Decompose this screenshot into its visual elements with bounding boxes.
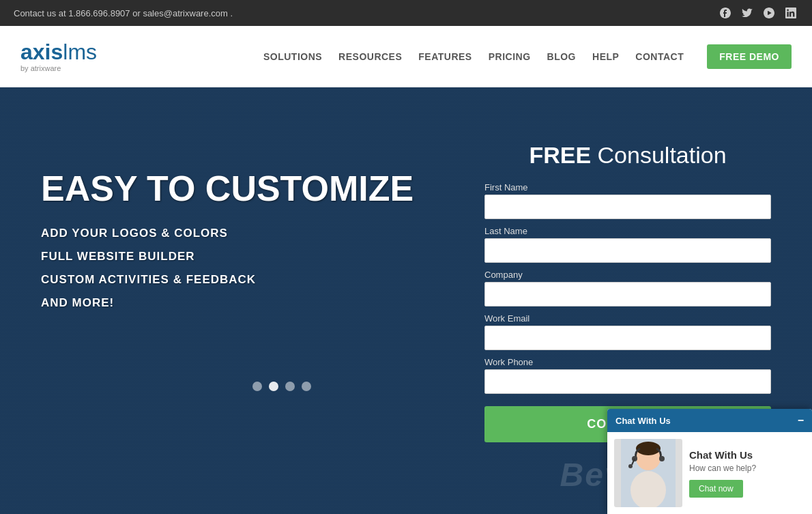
work-phone-group: Work Phone [484, 357, 771, 394]
hero-right: FREE Consultation First Name Last Name C… [484, 128, 771, 442]
chat-widget: Chat With Us − [607, 409, 812, 514]
twitter-icon[interactable] [740, 5, 755, 20]
hero-subtitle-lines: ADD YOUR LOGOS & COLORS FULL WEBSITE BUI… [41, 222, 484, 315]
company-input[interactable] [484, 282, 771, 306]
chat-title: Chat With Us [689, 449, 805, 461]
top-bar: Contact us at 1.866.696.8907 or sales@at… [0, 0, 812, 26]
slide-dot-2[interactable] [269, 382, 278, 391]
phone-link[interactable]: 1.866.696.8907 [68, 8, 130, 18]
slider-dots [252, 382, 311, 391]
free-demo-button[interactable]: FREE DEMO [707, 44, 792, 69]
chat-now-button[interactable]: Chat now [689, 480, 743, 498]
chat-header: Chat With Us − [607, 409, 812, 432]
main-nav: SOLUTIONS RESOURCES FEATURES PRICING BLO… [263, 44, 792, 69]
hero-line-1: ADD YOUR LOGOS & COLORS [41, 222, 484, 245]
nav-pricing[interactable]: PRICING [489, 51, 531, 62]
chat-avatar [614, 439, 682, 507]
nav-contact[interactable]: CONTACT [635, 51, 684, 62]
logo-subtitle: by atrixware [20, 64, 97, 72]
company-group: Company [484, 270, 771, 306]
hero-section: EASY TO CUSTOMIZE ADD YOUR LOGOS & COLOR… [0, 87, 812, 514]
slide-dot-3[interactable] [285, 382, 295, 391]
hero-main-title: EASY TO CUSTOMIZE [41, 169, 484, 208]
email-link[interactable]: sales@atrixware.com [143, 8, 227, 18]
work-phone-input[interactable] [484, 369, 771, 394]
svg-point-5 [659, 456, 665, 461]
nav-blog[interactable]: BLOG [547, 51, 576, 62]
contact-info: Contact us at 1.866.696.8907 or sales@at… [14, 8, 233, 18]
form-title: FREE Consultation [484, 142, 771, 169]
svg-point-6 [628, 464, 633, 468]
work-email-input[interactable] [484, 326, 771, 350]
logo-text: axislms [20, 41, 97, 63]
work-email-label: Work Email [484, 313, 771, 324]
nav-resources[interactable]: RESOURCES [338, 51, 402, 62]
company-label: Company [484, 270, 771, 280]
logo[interactable]: axislms by atrixware [20, 41, 97, 72]
hero-left: EASY TO CUSTOMIZE ADD YOUR LOGOS & COLOR… [41, 128, 484, 315]
last-name-group: Last Name [484, 226, 771, 263]
chat-header-title: Chat With Us [615, 416, 671, 426]
chat-body: Chat With Us How can we help? Chat now [607, 432, 812, 514]
chat-subtitle: How can we help? [689, 463, 805, 473]
header: axislms by atrixware SOLUTIONS RESOURCES… [0, 26, 812, 87]
hero-line-2: FULL WEBSITE BUILDER [41, 245, 484, 268]
work-email-group: Work Email [484, 313, 771, 350]
work-phone-label: Work Phone [484, 357, 771, 367]
hero-line-3: CUSTOM ACTIVITIES & FEEDBACK [41, 268, 484, 291]
youtube-icon[interactable] [762, 5, 777, 20]
social-icons [718, 5, 798, 20]
chat-minimize-button[interactable]: − [798, 414, 804, 427]
nav-help[interactable]: HELP [592, 51, 619, 62]
linkedin-icon[interactable] [783, 5, 798, 20]
last-name-label: Last Name [484, 226, 771, 236]
slide-dot-4[interactable] [302, 382, 311, 391]
slide-dot-1[interactable] [252, 382, 262, 391]
consultation-form: First Name Last Name Company Work Email … [484, 182, 771, 442]
nav-solutions[interactable]: SOLUTIONS [263, 51, 322, 62]
chat-info: Chat With Us How can we help? Chat now [689, 449, 805, 498]
first-name-group: First Name [484, 182, 771, 219]
first-name-label: First Name [484, 182, 771, 192]
last-name-input[interactable] [484, 238, 771, 263]
nav-features[interactable]: FEATURES [418, 51, 472, 62]
facebook-icon[interactable] [718, 5, 733, 20]
first-name-input[interactable] [484, 195, 771, 219]
hero-line-4: AND MORE! [41, 291, 484, 315]
